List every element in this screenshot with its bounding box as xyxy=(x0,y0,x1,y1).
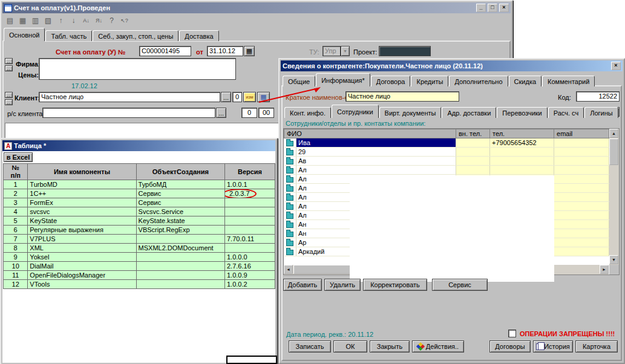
print-icon[interactable]: ▦ xyxy=(17,15,28,26)
tab-osnovnoy[interactable]: Основной xyxy=(4,28,45,41)
contractor-close-icon[interactable]: × xyxy=(611,62,621,70)
tab-skidka[interactable]: Скидка xyxy=(509,76,542,86)
tab-virt-dokumenty[interactable]: Вирт. документы xyxy=(379,107,442,118)
tab-adr-dostavki[interactable]: Адр. доставки xyxy=(442,107,496,118)
table-row[interactable]: 11OpenFileDialogsManager1.0.0.9 xyxy=(4,271,275,280)
tab-kommentariy[interactable]: Комментарий xyxy=(542,76,595,86)
context-help-icon[interactable]: ↖? xyxy=(119,15,130,26)
table-row[interactable]: 6Регулярные выраженияVBScript.RegExp xyxy=(4,226,275,235)
print-settings-icon[interactable]: ▥ xyxy=(30,15,41,26)
tab-dopolnitelno[interactable]: Дополнительно xyxy=(449,76,508,86)
sort-asc-icon[interactable]: А↓ xyxy=(80,15,92,26)
scroll-up-icon[interactable]: ▲ xyxy=(609,129,618,138)
card-button[interactable]: Карточка xyxy=(575,340,618,353)
table-row[interactable]: 5KeyStateKeyState.kstate xyxy=(4,216,275,226)
tab-sotrudniki[interactable]: Сотрудники xyxy=(332,105,379,118)
client-select-icon[interactable]: .. xyxy=(5,92,13,98)
table-row[interactable]: 1TurboMDТурбоМД1.0.0.1 xyxy=(4,180,275,189)
client-label: Клиент: xyxy=(15,94,40,102)
project-field[interactable] xyxy=(379,46,431,56)
contact-name: Ав xyxy=(296,157,456,166)
invoice-titlebar[interactable]: Счет на оплату(v1).Проведен _ □ × xyxy=(2,2,511,13)
close-window-button[interactable]: Закрыть xyxy=(370,340,410,353)
calendar-icon[interactable]: ▦ xyxy=(244,46,255,56)
cell xyxy=(136,271,224,280)
client-select2-icon[interactable]: .. xyxy=(5,99,13,105)
contracts-button[interactable]: Договоры xyxy=(489,340,531,353)
tab-kredity[interactable]: Кредиты xyxy=(411,76,448,86)
table-app-icon: А xyxy=(4,142,12,150)
tab-tabl-chast[interactable]: Табл. часть xyxy=(45,30,92,41)
help-icon[interactable]: ? xyxy=(106,15,117,26)
short-name-field[interactable]: Частное лицо xyxy=(345,91,459,102)
delete-button[interactable]: Удалить xyxy=(324,279,361,291)
firm-select2-icon[interactable]: .. xyxy=(5,65,13,71)
edit-button[interactable]: Корректировать xyxy=(363,279,427,291)
maximize-button[interactable]: □ xyxy=(488,4,497,12)
account-aux2-field[interactable]: 00 xyxy=(258,108,274,118)
minimize-button[interactable]: _ xyxy=(476,4,486,12)
account-browse-button[interactable]: ... xyxy=(216,108,226,118)
move-up-icon[interactable]: ↑ xyxy=(55,15,67,26)
tab-loginy[interactable]: Логины xyxy=(584,107,618,118)
table-row[interactable]: 21С++Сервис2.0.3.7 xyxy=(4,189,275,198)
client-field[interactable]: Частное лицо xyxy=(39,92,220,102)
contact-row[interactable]: Ав xyxy=(284,157,609,166)
screen: { "icons": { "minimize": "_", "maximize"… xyxy=(0,0,625,364)
table-row[interactable]: 12VTools1.0.0.2 xyxy=(4,280,275,289)
scroll-down-icon[interactable]: ▼ xyxy=(609,255,618,264)
tab-seb-zakup[interactable]: Себ., закуп., стоп., цены xyxy=(93,30,178,41)
contacts-vscrollbar[interactable]: ▲ ▼ xyxy=(609,129,619,265)
ok-button[interactable]: ОК xyxy=(333,340,367,353)
code-field[interactable]: 12522 xyxy=(576,91,620,102)
tu-combo[interactable]: Упр xyxy=(322,46,341,56)
firm-field[interactable] xyxy=(39,58,236,80)
account-aux1-field[interactable]: 0 xyxy=(241,108,257,118)
table-row[interactable]: 8XMLMSXML2.DOMDocument xyxy=(4,244,275,253)
account-field[interactable] xyxy=(42,108,215,118)
tab-dogovora[interactable]: Договора xyxy=(371,76,411,86)
tab-rasch-sch[interactable]: Расч. сч xyxy=(548,107,584,118)
close-button[interactable]: × xyxy=(499,4,509,12)
history-button[interactable]: История xyxy=(533,340,573,353)
table-row[interactable]: 10DialMail2.7.6.16 xyxy=(4,262,275,271)
copy-icon[interactable]: ▧ xyxy=(42,15,54,26)
scroll-right-icon[interactable]: ► xyxy=(600,265,609,274)
tab-dostavka[interactable]: Доставка xyxy=(179,30,218,41)
contact-name: Ал xyxy=(296,166,456,175)
table-icon[interactable]: ▤ xyxy=(4,15,16,26)
service-button[interactable]: Сервис xyxy=(432,279,488,291)
save-button[interactable]: Записать xyxy=(289,340,331,353)
excel-export-button[interactable]: в Excel xyxy=(4,152,33,162)
table-row[interactable]: 4svcsvcSvcsvc.Service xyxy=(4,207,275,216)
table-row[interactable]: 9Yoksel1.0.0.0 xyxy=(4,253,275,262)
project-label: Проект: xyxy=(353,48,377,56)
table-row[interactable]: 3FormExСервис xyxy=(4,198,275,207)
contractor-titlebar[interactable]: Сведения о контрагенте:Покупатели.Частно… xyxy=(281,60,623,71)
operations-forbidden-checkbox[interactable] xyxy=(508,330,516,337)
tab-kont-info[interactable]: Конт. инфо. xyxy=(284,107,331,118)
client-edit-icon[interactable]: изм xyxy=(243,92,256,102)
doc-number-field[interactable]: С000001495 xyxy=(139,46,191,56)
contractor-tabs-row1: Общие Информация* Договора Кредиты Допол… xyxy=(283,73,595,86)
client-aux-field[interactable]: 0 xyxy=(232,92,242,102)
contact-row[interactable]: Ива+79005654352 xyxy=(284,138,609,148)
vscroll-thumb[interactable] xyxy=(609,138,618,165)
contact-name: Ива xyxy=(296,138,456,148)
client-browse-button[interactable]: ... xyxy=(221,92,231,102)
components-window-title: Таблица * xyxy=(14,142,273,149)
move-down-icon[interactable]: ↓ xyxy=(68,15,79,26)
contact-row[interactable]: 29 xyxy=(284,148,609,157)
scroll-left-icon[interactable]: ◄ xyxy=(284,265,293,274)
sort-desc-icon[interactable]: Я↓ xyxy=(93,15,105,26)
tu-dropdown-icon[interactable]: ▼ xyxy=(341,46,350,56)
contact-row[interactable]: Ал xyxy=(284,166,609,175)
components-titlebar[interactable]: А Таблица * xyxy=(2,140,275,151)
tab-perevozchiki[interactable]: Перевозчики xyxy=(497,107,547,118)
actions-button[interactable]: Действия.. xyxy=(412,340,464,353)
firm-select-icon[interactable]: .. xyxy=(5,58,13,64)
add-button[interactable]: Добавить xyxy=(283,279,322,291)
background-cell-cursor xyxy=(226,356,277,364)
table-row[interactable]: 7V7PLUS7.70.0.11 xyxy=(4,235,275,244)
doc-date-field[interactable]: 31.10.12 xyxy=(207,46,243,56)
